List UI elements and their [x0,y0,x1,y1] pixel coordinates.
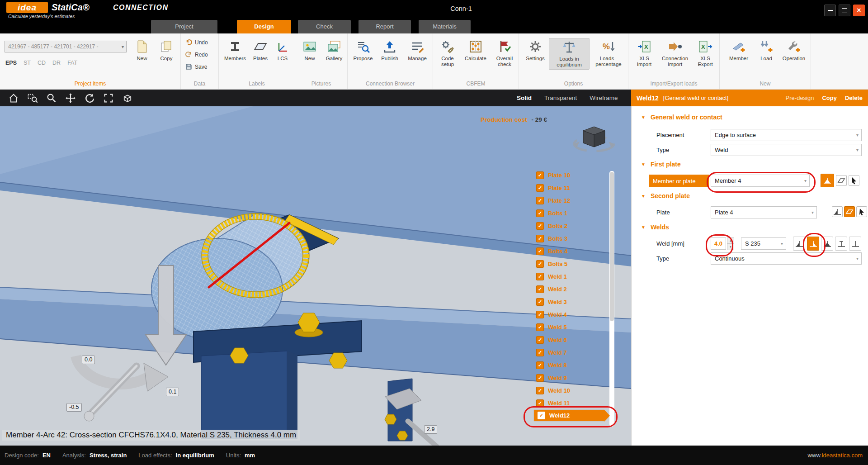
item-checkbox[interactable]: ✓ [536,247,544,255]
weld-type-select[interactable]: Weld ▾ [711,144,862,156]
item-checkbox[interactable]: ✓ [536,222,544,230]
viewport-list-item[interactable]: ✓Weld 1 [533,270,613,283]
members-labels-button[interactable]: Members [222,38,249,63]
item-checkbox[interactable]: ✓ [536,361,544,369]
item-checkbox[interactable]: ✓ [536,387,544,394]
zoom-window-icon[interactable] [27,93,38,104]
viewport-list-item[interactable]: ✓Weld 10 [533,384,613,397]
weld-style-bevel-button[interactable] [835,237,847,251]
new-member-button[interactable]: Member [724,38,753,63]
item-checkbox[interactable]: ✓ [536,323,544,331]
zoom-icon[interactable] [46,93,57,104]
view-mode-solid[interactable]: Solid [517,95,532,101]
tab-project[interactable]: Project [151,20,217,33]
new-load-button[interactable]: Load [755,38,778,63]
viewport-list-item[interactable]: ✓Weld 8 [533,359,613,371]
weld-size-input[interactable]: 4.0 [711,237,726,250]
overall-check-button[interactable]: Overall check [490,38,519,69]
flag-fat[interactable]: FAT [67,60,77,66]
home-view-icon[interactable] [8,93,19,104]
viewport-list-item[interactable]: ✓Plate 10 [533,169,613,181]
weld-size-stepper[interactable]: ▴ ▾ [727,237,734,250]
loads-percentage-button[interactable]: % Loads - percentage [590,38,627,69]
xls-export-button[interactable]: X XLS Export [692,38,719,69]
section-first-plate[interactable]: ▼ First plate [641,161,681,168]
placement-select[interactable]: Edge to surface ▾ [711,129,862,141]
edit-weld-button[interactable] [821,174,834,187]
viewport-list-item[interactable]: ✓Weld 7 [533,346,613,359]
weld-style-butt-button[interactable] [849,237,861,251]
lcs-button[interactable]: LCS [272,38,293,63]
connection-import-button[interactable]: Connection Import [658,38,692,69]
weld-style-fillet-rear-button[interactable] [807,237,819,251]
stepper-up-icon[interactable]: ▴ [727,237,734,244]
weld-style-double-fillet-button[interactable] [821,237,833,251]
xls-import-button[interactable]: X XLS Import [631,38,657,69]
tab-materials[interactable]: Materials [419,20,471,33]
copy-weld-button[interactable]: Copy [822,95,837,101]
viewport-list-item[interactable]: ✓Plate 12 [533,194,613,207]
weld-style-fillet-button[interactable] [793,237,805,251]
member-select[interactable]: Member 4 ▾ [711,175,810,187]
viewport-list-item[interactable]: ✓Bolts 2 [533,219,613,232]
project-items-combo[interactable]: 421967 - 485177 - 421701 - 422917 - ▾ [5,41,127,52]
viewport-list-item[interactable]: ✓Weld 11 [533,397,613,409]
flag-st[interactable]: ST [24,60,31,66]
tab-design[interactable]: Design [237,20,291,33]
flag-eps[interactable]: EPS [5,60,17,66]
item-checkbox[interactable]: ✓ [536,311,544,318]
navigation-cube[interactable] [571,123,618,161]
item-checkbox[interactable]: ✓ [536,184,544,192]
settings-button[interactable]: Settings [523,38,548,63]
zoom-fit-icon[interactable] [103,93,114,104]
item-checkbox[interactable]: ✓ [538,412,545,419]
item-checkbox[interactable]: ✓ [536,273,544,280]
website-link[interactable]: www.ideastatica.com [808,452,863,459]
viewport-list-item[interactable]: ✓Weld 9 [533,371,613,384]
plate-pick-button[interactable] [836,175,847,186]
maximize-button[interactable] [839,5,850,16]
plate-select[interactable]: Plate 4 ▾ [711,206,817,218]
item-checkbox[interactable]: ✓ [536,349,544,356]
flag-dr[interactable]: DR [52,60,61,66]
viewport-list-item[interactable]: ✓Weld 2 [533,283,613,295]
item-checkbox[interactable]: ✓ [536,171,544,179]
select-in-scene-button[interactable] [856,206,867,217]
item-checkbox[interactable]: ✓ [536,285,544,293]
viewport-list-item[interactable]: ✓Bolts 5 [533,257,613,270]
code-setup-button[interactable]: Code setup [434,38,461,69]
rotate-icon[interactable] [84,93,95,104]
flag-cd[interactable]: CD [38,60,46,66]
redo-button[interactable]: Redo [185,51,208,58]
gallery-button[interactable]: Gallery [321,38,347,63]
viewport-list-item[interactable]: ✓Plate 11 [533,181,613,194]
undo-button[interactable]: Undo [185,39,208,46]
stepper-down-icon[interactable]: ▾ [727,244,734,250]
close-button[interactable]: × [853,5,865,16]
item-checkbox[interactable]: ✓ [536,298,544,306]
pan-icon[interactable] [65,93,76,104]
item-checkbox[interactable]: ✓ [536,336,544,344]
viewport-list-item[interactable]: ✓Bolts 1 [533,207,613,219]
pre-design-button[interactable]: Pre-design [786,95,814,101]
select-in-scene-button[interactable] [849,175,859,186]
weld-continuity-select[interactable]: Continuous ▾ [711,252,862,265]
viewport-list-item[interactable]: ✓Weld 3 [533,295,613,308]
section-general[interactable]: ▼ General weld or contact [641,114,722,121]
tab-report[interactable]: Report [359,20,411,33]
viewport-list-item[interactable]: ✓Weld 4 [533,308,613,321]
save-button[interactable]: Save [185,63,207,70]
new-picture-button[interactable]: New [298,38,321,63]
new-project-item-button[interactable]: New [130,38,154,63]
tab-check[interactable]: Check [298,20,351,33]
item-checkbox[interactable]: ✓ [536,235,544,242]
viewport-list-item[interactable]: ✓Weld 5 [533,321,613,333]
item-checkbox[interactable]: ✓ [536,260,544,268]
weld-edit-button[interactable] [832,206,843,217]
plate-pick-button-active[interactable] [844,206,855,217]
viewport-list-item[interactable]: ✓Bolts 3 [533,232,613,245]
calculate-button[interactable]: Calculate [461,38,490,63]
viewport-list-item[interactable]: ✓Bolts 4 [533,245,613,257]
weld-material-select[interactable]: S 235 ▾ [741,237,786,250]
item-checkbox[interactable]: ✓ [536,209,544,217]
